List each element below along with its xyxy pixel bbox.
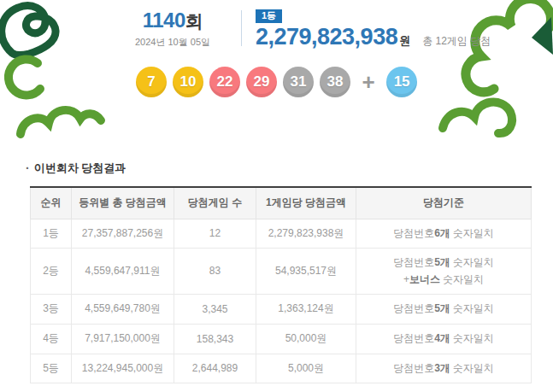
section-title: · 이번회차 당첨결과 bbox=[26, 161, 126, 176]
table-row: 2등 4,559,647,911원 83 54,935,517원 당첨번호5개숫… bbox=[31, 248, 532, 294]
col-header-games: 당첨게임 수 bbox=[174, 187, 256, 219]
bonus-ball: 15 bbox=[386, 67, 417, 97]
winning-numbers: 7 10 22 29 31 38 + 15 bbox=[0, 67, 553, 97]
draw-header: 1140회 2024년 10월 05일 1등 2,279,823,938 원 총… bbox=[118, 7, 491, 50]
criteria-count: 5개 bbox=[434, 256, 450, 268]
round-number: 1140 bbox=[143, 9, 185, 32]
col-header-criteria: 당첨기준 bbox=[356, 187, 532, 219]
games-cell: 158,343 bbox=[174, 324, 256, 354]
criteria-text: + bbox=[403, 273, 409, 285]
total-games-label: 총 12게임 당첨 bbox=[422, 34, 491, 49]
criteria-text: 숫자일치 bbox=[453, 362, 494, 374]
rank-cell: 5등 bbox=[31, 354, 72, 383]
per-game-cell: 2,279,823,938원 bbox=[256, 219, 356, 248]
total-cell: 27,357,887,256원 bbox=[72, 219, 174, 248]
criteria-cell: 당첨번호5개숫자일치 +보너스숫자일치 bbox=[356, 248, 532, 294]
games-cell: 12 bbox=[174, 219, 256, 248]
first-prize-amount: 2,279,823,938 bbox=[256, 24, 397, 50]
criteria-text: 당첨번호 bbox=[393, 227, 434, 239]
table-row: 5등 13,224,945,000원 2,644,989 5,000원 당첨번호… bbox=[31, 354, 532, 383]
criteria-text: 숫자일치 bbox=[453, 227, 494, 239]
criteria-text: 숫자일치 bbox=[453, 256, 494, 268]
currency-label: 원 bbox=[399, 33, 410, 49]
round-info: 1140회 2024년 10월 05일 bbox=[118, 7, 227, 49]
criteria-cell: 당첨번호3개숫자일치 bbox=[356, 354, 532, 383]
criteria-count: 4개 bbox=[434, 332, 450, 344]
bullet-icon: · bbox=[26, 161, 30, 175]
per-game-cell: 54,935,517원 bbox=[256, 248, 356, 294]
rank-cell: 2등 bbox=[31, 248, 72, 294]
plus-icon: + bbox=[362, 67, 374, 97]
lotto-ball: 38 bbox=[320, 67, 350, 97]
rank-cell: 3등 bbox=[31, 294, 72, 324]
criteria-bonus: 보너스 bbox=[409, 273, 440, 285]
criteria-text: 숫자일치 bbox=[453, 332, 494, 344]
first-prize-info: 1등 2,279,823,938 원 총 12게임 당첨 bbox=[256, 7, 491, 50]
criteria-text: 당첨번호 bbox=[393, 332, 434, 344]
col-header-per-game: 1게임당 당첨금액 bbox=[256, 187, 356, 219]
lotto-ball: 10 bbox=[173, 67, 203, 97]
criteria-text: 숫자일치 bbox=[453, 302, 494, 314]
rank-cell: 4등 bbox=[31, 324, 72, 354]
criteria-text: 당첨번호 bbox=[393, 362, 434, 374]
lotto-ball: 29 bbox=[246, 67, 277, 97]
total-cell: 4,559,649,780원 bbox=[72, 294, 174, 324]
criteria-text: 숫자일치 bbox=[443, 273, 484, 285]
round-suffix: 회 bbox=[185, 11, 203, 31]
lotto-ball: 22 bbox=[209, 67, 240, 97]
per-game-cell: 1,363,124원 bbox=[256, 294, 356, 324]
criteria-text: 당첨번호 bbox=[393, 302, 434, 314]
lotto-ball: 7 bbox=[136, 67, 167, 97]
rank-cell: 1등 bbox=[31, 219, 72, 248]
games-cell: 2,644,989 bbox=[174, 354, 256, 383]
winning-results-table: 순위 등위별 총 당첨금액 당첨게임 수 1게임당 당첨금액 당첨기준 1등 2… bbox=[30, 186, 532, 383]
total-cell: 4,559,647,911원 bbox=[72, 248, 174, 294]
col-header-rank: 순위 bbox=[31, 187, 72, 219]
criteria-count: 3개 bbox=[434, 362, 450, 374]
criteria-cell: 당첨번호4개숫자일치 bbox=[356, 324, 532, 354]
criteria-text: 당첨번호 bbox=[393, 256, 434, 268]
per-game-cell: 50,000원 bbox=[256, 324, 356, 354]
header-divider bbox=[241, 10, 242, 46]
criteria-cell: 당첨번호5개숫자일치 bbox=[356, 294, 532, 324]
table-row: 4등 7,917,150,000원 158,343 50,000원 당첨번호4개… bbox=[31, 324, 532, 354]
draw-date: 2024년 10월 05일 bbox=[118, 36, 227, 49]
lotto-ball: 31 bbox=[283, 67, 314, 97]
criteria-count: 6개 bbox=[434, 227, 450, 239]
criteria-count: 5개 bbox=[434, 302, 450, 314]
criteria-cell: 당첨번호6개숫자일치 bbox=[356, 219, 532, 248]
table-row: 1등 27,357,887,256원 12 2,279,823,938원 당첨번… bbox=[31, 219, 532, 248]
section-title-text: 이번회차 당첨결과 bbox=[34, 161, 126, 176]
total-cell: 13,224,945,000원 bbox=[72, 354, 174, 383]
first-prize-badge: 1등 bbox=[256, 9, 282, 23]
games-cell: 83 bbox=[174, 248, 256, 294]
games-cell: 3,345 bbox=[174, 294, 256, 324]
total-cell: 7,917,150,000원 bbox=[72, 324, 174, 354]
per-game-cell: 5,000원 bbox=[256, 354, 356, 383]
table-header-row: 순위 등위별 총 당첨금액 당첨게임 수 1게임당 당첨금액 당첨기준 bbox=[31, 187, 532, 219]
col-header-total: 등위별 총 당첨금액 bbox=[72, 187, 174, 219]
table-row: 3등 4,559,649,780원 3,345 1,363,124원 당첨번호5… bbox=[31, 294, 532, 324]
